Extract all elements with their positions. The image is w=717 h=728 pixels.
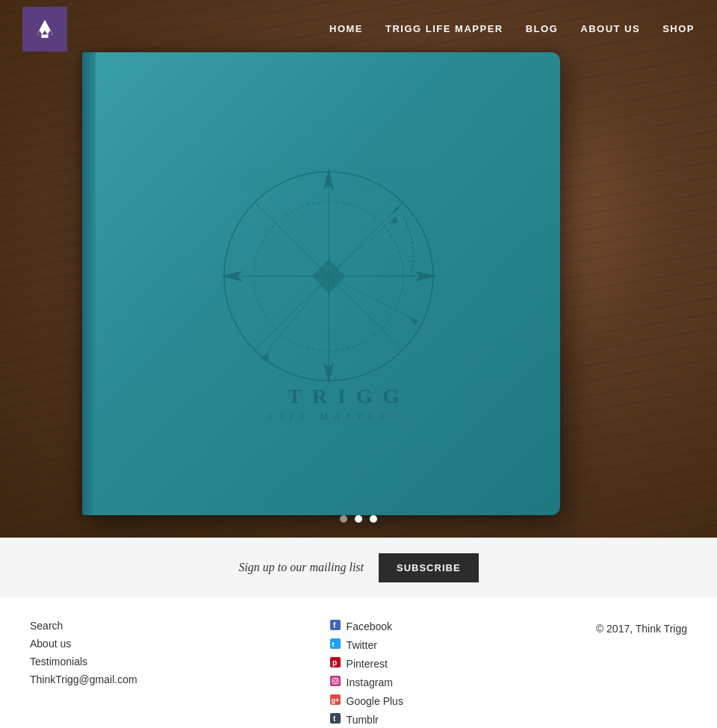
carousel-dots: [340, 515, 377, 523]
subscribe-button[interactable]: SUBSCRIBE: [379, 553, 479, 582]
footer-links-col: Search About us Testimonials ThinkTrigg@…: [30, 620, 137, 685]
svg-rect-36: [330, 676, 341, 686]
compass-graphic: TRIGG LIFE MAPPER: [187, 127, 471, 441]
svg-marker-16: [390, 198, 407, 217]
svg-text:t: t: [332, 641, 334, 648]
nav-blog[interactable]: BLOG: [526, 23, 559, 34]
social-googleplus[interactable]: g+ Google Plus: [330, 694, 403, 707]
svg-marker-25: [390, 217, 397, 224]
social-twitter[interactable]: t Twitter: [330, 638, 403, 651]
dot-3[interactable]: [370, 515, 377, 523]
svg-text:TRIGG: TRIGG: [288, 385, 409, 408]
facebook-label: Facebook: [347, 620, 392, 632]
facebook-icon: f: [330, 620, 341, 632]
footer-search[interactable]: Search: [30, 620, 137, 632]
site-footer: Search About us Testimonials ThinkTrigg@…: [0, 597, 717, 728]
nav-trigg-life-mapper[interactable]: TRIGG LIFE MAPPER: [385, 23, 503, 34]
nav-about-us[interactable]: ABOUT US: [580, 23, 640, 34]
instagram-label: Instagram: [347, 676, 393, 688]
footer-about-us[interactable]: About us: [30, 638, 137, 650]
copyright-col: © 2017, Think Trigg: [596, 620, 687, 635]
social-tumblr[interactable]: t Tumblr: [330, 713, 403, 726]
svg-line-22: [329, 217, 396, 276]
dot-2[interactable]: [355, 515, 362, 523]
mailing-strip: Sign up to our mailing list SUBSCRIBE: [0, 538, 717, 597]
social-links-col: f Facebook t Twitter p Pinterest: [330, 620, 403, 726]
mailing-text: Sign up to our mailing list: [238, 561, 364, 574]
nav-home[interactable]: HOME: [329, 23, 363, 34]
svg-text:g+: g+: [331, 697, 339, 704]
footer-email[interactable]: ThinkTrigg@gmail.com: [30, 673, 137, 685]
svg-point-39: [337, 678, 338, 679]
site-header: HOME TRIGG LIFE MAPPER BLOG ABOUT US SHO…: [0, 0, 717, 57]
twitter-label: Twitter: [347, 639, 377, 651]
svg-line-24: [329, 276, 418, 321]
dot-1[interactable]: [340, 515, 347, 523]
hero-section: TRIGG LIFE MAPPER: [0, 0, 717, 538]
svg-rect-1: [42, 34, 49, 38]
pinterest-icon: p: [330, 657, 341, 670]
social-pinterest[interactable]: p Pinterest: [330, 657, 403, 670]
logo-icon: [31, 16, 58, 43]
social-facebook[interactable]: f Facebook: [330, 620, 403, 632]
googleplus-label: Google Plus: [347, 695, 403, 707]
tumblr-label: Tumblr: [347, 714, 379, 726]
main-nav: HOME TRIGG LIFE MAPPER BLOG ABOUT US SHO…: [329, 23, 695, 34]
twitter-icon: t: [330, 638, 341, 651]
svg-text:p: p: [332, 659, 337, 667]
nav-shop[interactable]: SHOP: [662, 23, 695, 34]
book-image: TRIGG LIFE MAPPER: [82, 52, 560, 515]
svg-line-23: [261, 276, 329, 358]
social-instagram[interactable]: Instagram: [330, 676, 403, 688]
tumblr-icon: t: [330, 713, 341, 726]
copyright-text: © 2017, Think Trigg: [596, 620, 687, 635]
googleplus-icon: g+: [330, 694, 341, 707]
logo[interactable]: [22, 7, 67, 52]
footer-testimonials[interactable]: Testimonials: [30, 656, 137, 668]
pinterest-label: Pinterest: [347, 658, 388, 670]
svg-text:LIFE MAPPER: LIFE MAPPER: [269, 411, 391, 422]
instagram-icon: [330, 676, 341, 688]
